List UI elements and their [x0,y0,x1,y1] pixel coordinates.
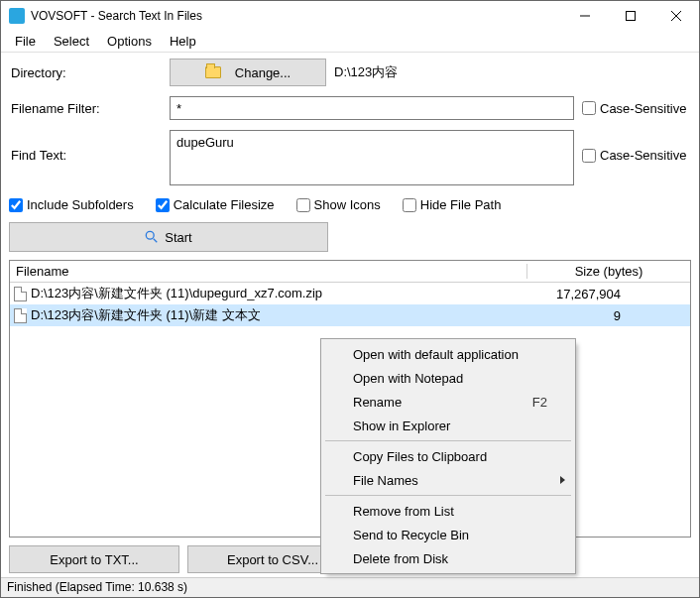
menu-help[interactable]: Help [162,32,204,51]
case-checkbox-1[interactable] [582,101,596,115]
file-icon [14,287,27,301]
find-label: Find Text: [9,130,170,163]
app-window: VOVSOFT - Search Text In Files File Sele… [0,0,700,598]
titlebar: VOVSOFT - Search Text In Files [1,1,699,31]
include-subfolders[interactable]: Include Subfolders [9,197,134,212]
ctx-file-names[interactable]: File Names [323,468,573,492]
start-label: Start [165,230,191,245]
include-checkbox[interactable] [9,198,23,212]
folder-icon [205,66,221,78]
svg-rect-1 [627,12,636,21]
ctx-recycle[interactable]: Send to Recycle Bin [323,523,573,546]
hide-file-path[interactable]: Hide File Path [403,197,502,212]
filter-label: Filename Filter: [9,101,170,116]
table-row[interactable]: D:\123内容\新建文件夹 (11)\dupegurd_xz7.com.zip… [10,283,690,304]
hide-checkbox[interactable] [403,198,416,212]
table-row[interactable]: D:\123内容\新建文件夹 (11)\新建 文本文 9 [10,304,690,326]
submenu-arrow-icon [560,476,565,484]
icons-checkbox[interactable] [296,198,310,212]
svg-line-5 [154,239,158,243]
menubar: File Select Options Help [1,31,699,53]
separator [325,440,571,441]
menu-file[interactable]: File [7,32,44,51]
menu-options[interactable]: Options [99,32,160,51]
ctx-show-explorer[interactable]: Show in Explorer [323,414,573,437]
file-icon [14,308,27,323]
minimize-button[interactable] [562,1,608,31]
ctx-open-notepad[interactable]: Open with Notepad [323,366,573,390]
status-bar: Finished (Elapsed Time: 10.638 s) [1,577,699,597]
find-textarea[interactable] [170,130,574,185]
filename-header[interactable]: Filename [10,264,527,279]
svg-point-4 [147,231,155,239]
results-header: Filename Size (bytes) [10,261,690,283]
show-icons[interactable]: Show Icons [296,197,381,212]
app-icon [9,8,25,24]
ctx-open-default[interactable]: Open with default application [323,342,573,366]
ctx-rename[interactable]: RenameF2 [323,390,573,414]
export-txt-button[interactable]: Export to TXT... [9,545,179,573]
search-icon [145,230,159,244]
filter-input[interactable] [170,96,574,120]
calculate-filesize[interactable]: Calculate Filesize [156,197,275,212]
change-label: Change... [235,65,291,80]
case-sensitive-filter[interactable]: Case-Sensitive [582,101,686,116]
context-menu: Open with default application Open with … [320,338,576,574]
ctx-copy-clipboard[interactable]: Copy Files to Clipboard [323,444,573,468]
ctx-remove-list[interactable]: Remove from List [323,499,573,523]
size-header[interactable]: Size (bytes) [527,264,690,279]
calc-checkbox[interactable] [156,198,170,212]
case-checkbox-2[interactable] [582,149,596,163]
change-button[interactable]: Change... [170,59,326,86]
separator [325,495,571,496]
window-title: VOVSOFT - Search Text In Files [31,9,562,23]
maximize-button[interactable] [608,1,653,31]
directory-value: D:\123内容 [334,63,398,81]
close-button[interactable] [653,1,699,31]
menu-select[interactable]: Select [46,32,97,51]
case-sensitive-find[interactable]: Case-Sensitive [582,148,686,163]
directory-label: Directory: [9,65,170,80]
start-button[interactable]: Start [9,222,328,252]
ctx-delete[interactable]: Delete from Disk [323,546,573,570]
